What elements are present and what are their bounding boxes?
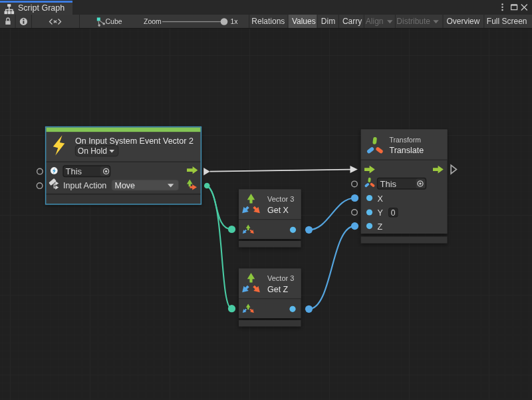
svg-text:Y: Y (378, 208, 384, 218)
svg-text:0: 0 (391, 208, 396, 218)
svg-text:This: This (66, 166, 82, 176)
svg-text:Vector 3: Vector 3 (267, 195, 294, 203)
svg-text:Input Action: Input Action (63, 181, 106, 190)
svg-text:Transform: Transform (390, 136, 422, 144)
svg-text:This: This (380, 179, 397, 189)
svg-text:On Input System Event Vector 2: On Input System Event Vector 2 (75, 136, 194, 146)
svg-text:Z: Z (378, 222, 383, 232)
svg-text:On Hold: On Hold (78, 146, 107, 156)
svg-text:Move: Move (115, 181, 136, 190)
svg-text:Get Z: Get Z (267, 285, 289, 294)
svg-text:X: X (378, 194, 384, 204)
svg-text:Translate: Translate (390, 146, 424, 155)
svg-text:Vector 3: Vector 3 (267, 274, 294, 282)
svg-text:Get X: Get X (267, 206, 289, 215)
